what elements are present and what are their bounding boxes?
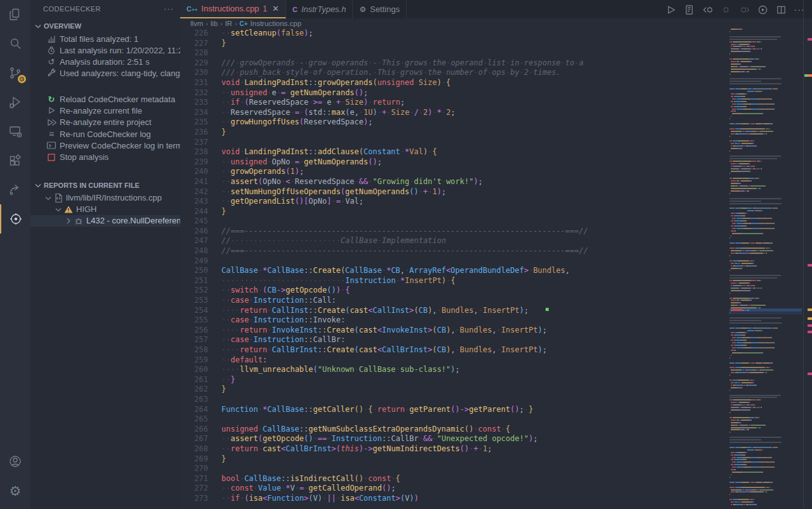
- remote-explorer-icon[interactable]: [0, 117, 30, 146]
- line-number: 257: [180, 335, 221, 345]
- search-icon[interactable]: [0, 29, 30, 58]
- line-number: 235: [180, 117, 221, 128]
- code-line: 252··switch·(CB->getOpcode())·{: [180, 286, 726, 296]
- chevron-down-icon: [43, 193, 53, 203]
- report-item-row[interactable]: L432 - core.NullDereference [8]: [30, 215, 180, 227]
- chevron-right-icon: ›: [220, 20, 222, 27]
- minimap[interactable]: [730, 29, 802, 509]
- code-line: 266unsigned·CallBase::getNumSubclassExtr…: [180, 425, 726, 435]
- code-line: 247//························CallBase·Im…: [180, 236, 726, 246]
- line-number: 244: [180, 207, 221, 217]
- codechecker-sidebar: CODECHECKER ··· OVERVIEW Total files ana…: [30, 0, 181, 509]
- action-terminal[interactable]: Preview CodeChecker log in terminal: [30, 140, 180, 151]
- settings-gear-icon[interactable]: ⚙: [0, 476, 30, 505]
- breadcrumb: llvm›lib›IR›C+Instructions.cpp: [180, 18, 812, 29]
- sidebar-more-actions-icon[interactable]: ···: [164, 4, 174, 13]
- action-stop[interactable]: Stop analysis: [30, 151, 180, 162]
- activity-bar: ⚙: [0, 0, 30, 509]
- cpp-file-icon: C+: [240, 20, 248, 27]
- tools-icon: [46, 68, 56, 78]
- line-number: 231: [180, 78, 221, 88]
- codechecker-icon[interactable]: [0, 204, 30, 234]
- action-run-all[interactable]: Re-analyze entire project: [30, 117, 180, 128]
- action-list[interactable]: ≡Re-run CodeChecker log: [30, 128, 180, 140]
- code-region[interactable]: 226··setCleanup(false);227}228229///·gro…: [180, 29, 726, 504]
- overview-ruler[interactable]: [803, 0, 812, 509]
- code-line: 248//===--------------------------------…: [180, 246, 726, 256]
- overview-item[interactable]: ↺Analysis duration: 2:51 s: [30, 56, 180, 67]
- code-line: 243··getOperandList()[OpNo]·=·Val;: [180, 197, 726, 207]
- code-line: 237: [180, 138, 726, 148]
- line-number: 273: [180, 494, 221, 504]
- line-number: 232: [180, 88, 221, 98]
- gear-file-icon: ⚙: [359, 5, 366, 14]
- reload-icon: ↻: [46, 94, 56, 104]
- line-number: 256: [180, 326, 221, 336]
- overview-item[interactable]: Total files analyzed: 1: [30, 33, 180, 44]
- action-play[interactable]: Re-analyze current file: [30, 105, 180, 116]
- step-circle-icon[interactable]: [719, 3, 732, 16]
- line-number: 240: [180, 167, 221, 177]
- line-number: 255: [180, 315, 221, 326]
- breadcrumb-file[interactable]: Instructions.cpp: [251, 20, 302, 27]
- line-number: 243: [180, 197, 221, 207]
- report-gutter-dot: [546, 308, 549, 311]
- line-number: 234: [180, 108, 221, 118]
- code-line: 253··case·Instruction::Call:: [180, 296, 726, 306]
- tab-instructions-cpp[interactable]: C++Instructions.cpp1✕: [180, 0, 286, 18]
- minimap-error-highlight-2: [730, 312, 802, 314]
- breadcrumb-item[interactable]: lib: [211, 20, 218, 27]
- code-line: 260····llvm_unreachable("Unknown·CallBas…: [180, 365, 726, 375]
- code-line: 245: [180, 216, 726, 227]
- breadcrumb-item[interactable]: IR: [225, 20, 233, 27]
- tab-instrtypes-h[interactable]: CInstrTypes.h: [286, 0, 353, 18]
- next-step-icon[interactable]: [738, 3, 750, 16]
- activity-bar-bottom: ⚙: [0, 447, 30, 505]
- line-number: 267: [180, 434, 221, 444]
- code-line: 256····return·InvokeInst::Create(cast<In…: [180, 326, 726, 336]
- warning-icon: [63, 204, 74, 215]
- overview-items: Total files analyzed: 1Last analysis run…: [30, 33, 180, 79]
- report-preview-icon[interactable]: [683, 3, 695, 16]
- report-severity-row[interactable]: HIGH: [30, 204, 180, 215]
- line-number: 227: [180, 39, 221, 49]
- line-number: 261: [180, 375, 221, 385]
- tab-label: Instructions.cpp: [201, 4, 259, 13]
- code-line: 268··return·cast<CallBrInst>(this)->getN…: [180, 444, 726, 454]
- line-number: 246: [180, 227, 221, 237]
- code-line: 227}: [180, 39, 726, 49]
- action-reload[interactable]: ↻Reload CodeChecker metadata: [30, 93, 180, 105]
- line-number: 270: [180, 464, 221, 474]
- close-icon[interactable]: ✕: [272, 4, 279, 13]
- bug-icon: [74, 216, 84, 226]
- code-line: 263: [180, 395, 726, 405]
- explorer-icon[interactable]: [0, 0, 30, 29]
- live-share-icon[interactable]: [0, 175, 30, 204]
- tab-settings[interactable]: ⚙Settings: [353, 0, 407, 18]
- run-analysis-icon[interactable]: [756, 3, 769, 16]
- extensions-icon[interactable]: [0, 146, 30, 175]
- report-file-row[interactable]: llvm/lib/IR/Instructions.cpp: [30, 192, 180, 204]
- prev-step-icon[interactable]: [701, 3, 714, 16]
- scm-clock-badge: [18, 75, 26, 83]
- run-icon[interactable]: [664, 3, 677, 16]
- account-icon[interactable]: [0, 447, 30, 476]
- overview-item[interactable]: Last analysis run: 1/20/2022, 11:23:45 P…: [30, 44, 180, 56]
- code-line: 254····return·CallInst::Create(cast<Call…: [180, 306, 726, 316]
- tab-label: InstrTypes.h: [301, 4, 346, 14]
- run-debug-icon[interactable]: [0, 88, 30, 117]
- ruler-marker: [808, 324, 812, 327]
- line-number: 266: [180, 425, 221, 435]
- ruler-marker: [808, 317, 812, 320]
- code-line: 230///·push_back·style·of·operation.·Thi…: [180, 68, 726, 78]
- line-number: 263: [180, 395, 221, 405]
- overview-item[interactable]: Used analyzers: clang-tidy, clangsa: [30, 67, 180, 79]
- breadcrumb-item[interactable]: llvm: [190, 20, 203, 27]
- code-line: 238void·LandingPadInst::addClause(Consta…: [180, 147, 726, 157]
- overview-section-header[interactable]: OVERVIEW: [30, 19, 180, 33]
- line-number: 239: [180, 157, 221, 168]
- split-editor-icon[interactable]: [775, 3, 787, 16]
- reports-section-header[interactable]: REPORTS IN CURRENT FILE: [30, 178, 180, 192]
- line-number: 268: [180, 444, 221, 454]
- source-control-icon[interactable]: [0, 58, 30, 88]
